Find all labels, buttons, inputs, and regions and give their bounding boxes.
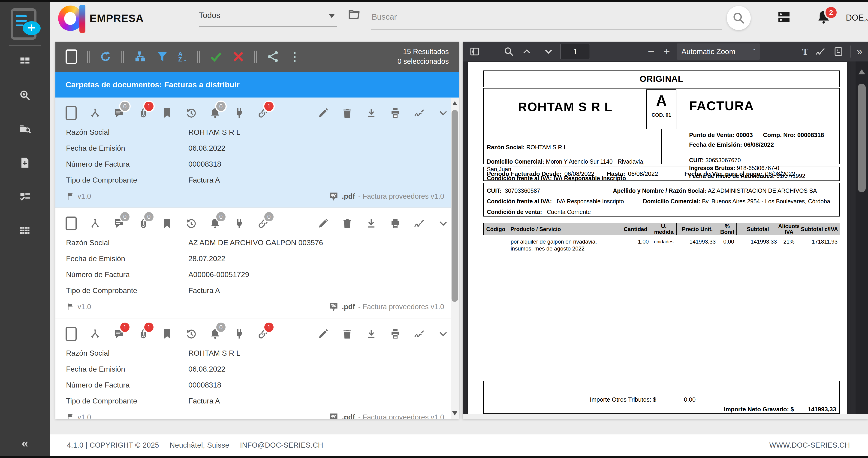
pdf-scrollbar[interactable] [856, 61, 868, 413]
alerts-badge: 0 [215, 101, 227, 112]
comments-icon[interactable]: 0 [114, 218, 125, 229]
signature-icon[interactable] [414, 328, 425, 340]
workflow-icon[interactable] [90, 218, 101, 229]
expand-chevron-icon[interactable] [438, 328, 449, 340]
file-link[interactable]: .pdf - Factura proveedores v1.0 [329, 302, 444, 312]
alerts-bell-icon[interactable]: 0 [210, 108, 221, 118]
attachments-icon[interactable]: 1 [137, 108, 149, 118]
item-checkbox[interactable] [66, 327, 76, 341]
delete-trash-icon[interactable] [342, 108, 353, 118]
workflow-icon[interactable] [90, 328, 101, 340]
download-icon[interactable] [366, 108, 377, 118]
share-icon[interactable] [267, 50, 279, 63]
alerts-bell-icon[interactable]: 0 [210, 328, 221, 340]
comments-icon[interactable]: 0 [114, 108, 125, 118]
edit-pencil-icon[interactable] [318, 218, 329, 229]
refresh-icon[interactable] [99, 50, 112, 63]
comments-icon[interactable]: 1 [114, 328, 125, 340]
pdf-find-icon[interactable] [503, 46, 515, 58]
apps-grid-icon[interactable] [19, 224, 31, 236]
attachments-icon[interactable]: 0 [137, 218, 149, 229]
footer-email[interactable]: INFO@DOC-SERIES.CH [240, 441, 323, 450]
item-checkbox[interactable] [66, 106, 76, 120]
download-icon[interactable] [366, 328, 377, 340]
pdf-scroll-up-arrow[interactable] [858, 69, 865, 75]
print-icon[interactable] [390, 218, 401, 229]
links-icon[interactable]: 1 [258, 108, 269, 118]
signature-icon[interactable] [414, 108, 425, 118]
edit-pencil-icon[interactable] [318, 108, 329, 118]
links-icon[interactable]: 0 [258, 218, 269, 229]
zoom-search-icon[interactable] [19, 89, 31, 101]
approve-check-icon[interactable] [210, 50, 222, 63]
attachments-icon[interactable]: 1 [137, 328, 149, 340]
pdf-draw-tool-icon[interactable] [814, 46, 827, 58]
signature-icon[interactable] [414, 218, 425, 229]
links-icon[interactable]: 1 [258, 328, 269, 340]
pdf-image-tool-icon[interactable] [832, 46, 844, 58]
folder-search-icon[interactable] [19, 123, 31, 135]
expand-chevron-icon[interactable] [438, 218, 449, 229]
tree-view-icon[interactable] [134, 50, 146, 63]
scroll-down-arrow[interactable] [452, 411, 457, 416]
bookmark-icon[interactable] [162, 218, 173, 229]
gross-income: Ingresos Brutos: 918-65306767-0 [689, 165, 779, 171]
delete-trash-icon[interactable] [342, 218, 353, 229]
file-link[interactable]: .pdf - Factura proveedores v1.0 [329, 191, 444, 201]
footer-website[interactable]: WWW.DOC-SERIES.CH [769, 441, 868, 450]
select-all-checkbox[interactable] [66, 50, 77, 64]
pdf-previous-page-icon[interactable] [521, 46, 533, 58]
sort-az-icon[interactable] [178, 51, 188, 62]
reject-cross-icon[interactable] [232, 50, 245, 63]
bookmark-icon[interactable] [162, 108, 173, 118]
file-link[interactable]: .pdf - Factura proveedores v1.0 [329, 412, 444, 419]
workflow-icon[interactable] [90, 108, 101, 118]
search-input[interactable] [371, 12, 723, 22]
history-icon[interactable] [186, 108, 197, 118]
delete-trash-icon[interactable] [342, 328, 353, 340]
pdf-text-tool-icon[interactable] [802, 46, 808, 57]
history-icon[interactable] [186, 328, 197, 340]
bookmark-icon[interactable] [162, 328, 173, 340]
print-icon[interactable] [390, 108, 401, 118]
plug-icon[interactable] [234, 108, 245, 118]
filter-icon[interactable] [156, 50, 168, 63]
document-list-item[interactable]: 0 1 0 1 [55, 97, 459, 208]
edit-pencil-icon[interactable] [318, 328, 329, 340]
search-button[interactable] [727, 6, 751, 30]
new-document-logo-button[interactable] [9, 7, 41, 39]
history-icon[interactable] [186, 218, 197, 229]
folder-open-icon[interactable] [347, 8, 361, 21]
document-list-item[interactable]: 0 0 0 0 [55, 208, 459, 318]
expand-chevron-icon[interactable] [438, 108, 449, 118]
add-document-icon[interactable] [19, 157, 31, 169]
download-icon[interactable] [366, 218, 377, 229]
alerts-bell-icon[interactable]: 0 [210, 218, 221, 229]
pdf-more-tools-icon[interactable] [857, 46, 863, 57]
print-icon[interactable] [390, 328, 401, 340]
plug-icon[interactable] [234, 328, 245, 340]
pdf-sidebar-toggle-icon[interactable] [469, 46, 480, 58]
more-options-icon[interactable] [289, 51, 301, 63]
pdf-zoom-in-icon[interactable] [663, 46, 670, 57]
modules-icon[interactable] [777, 10, 792, 25]
tasks-icon[interactable] [19, 191, 31, 202]
notifications-bell-icon[interactable]: 2 [816, 10, 831, 25]
pdf-zoom-select[interactable]: Automatic Zoom ˇ [677, 44, 760, 60]
collapse-sidebar-button[interactable] [0, 437, 50, 449]
document-list-item[interactable]: 1 1 0 1 [55, 318, 459, 419]
col-header: Código [484, 223, 508, 235]
list-scrollbar[interactable] [451, 98, 459, 419]
scroll-up-arrow[interactable] [452, 101, 457, 105]
pdf-scrollbar-thumb[interactable] [858, 84, 866, 192]
pdf-page-number-input[interactable] [560, 44, 590, 59]
user-name[interactable]: DOE,JOHN [846, 13, 868, 23]
plug-icon[interactable] [234, 218, 245, 229]
scope-select[interactable]: Todos [199, 11, 337, 20]
dashboard-icon[interactable] [19, 55, 31, 67]
pdf-zoom-out-icon[interactable] [648, 46, 654, 57]
invoice-letter-code: COD. 01 [647, 112, 676, 118]
pdf-next-page-icon[interactable] [542, 46, 555, 58]
item-checkbox[interactable] [66, 217, 76, 230]
scrollbar-thumb[interactable] [452, 110, 458, 302]
